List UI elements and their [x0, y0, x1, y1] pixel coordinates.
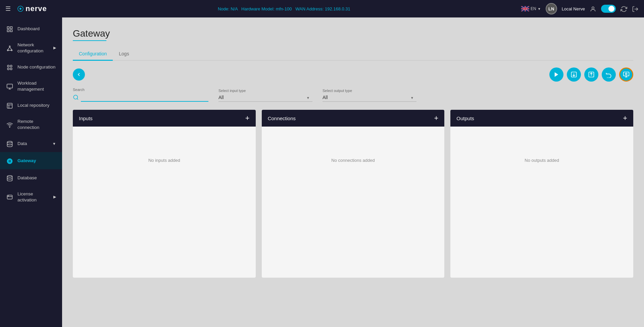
sidebar-item-database[interactable]: Database: [0, 169, 62, 186]
search-icon: [73, 94, 79, 100]
input-type-select[interactable]: All TCP UDP HTTP: [218, 93, 312, 102]
content-area: Gateway Configuration Logs: [62, 17, 644, 327]
menu-icon[interactable]: ☰: [5, 5, 11, 12]
output-type-label: Select output type: [323, 89, 416, 93]
user-icon[interactable]: [590, 5, 596, 12]
svg-line-20: [8, 47, 10, 50]
svg-point-33: [9, 127, 10, 128]
node-label: Node:: [218, 6, 230, 11]
input-type-select-wrapper: All TCP UDP HTTP: [218, 93, 312, 102]
svg-rect-26: [10, 68, 12, 69]
sidebar-item-license-activation[interactable]: License activation ▶: [0, 186, 62, 207]
back-button[interactable]: [73, 68, 85, 81]
sidebar-label-remote-connection: Remote connection: [17, 119, 56, 130]
topbar-right: EN ▼ LN Local Nerve: [521, 3, 639, 14]
sidebar-item-workload-management[interactable]: Workload management: [0, 76, 62, 97]
outputs-panel: Outputs + No outputs added: [450, 110, 633, 278]
input-type-filter-group: Select input type All TCP UDP HTTP: [218, 89, 312, 102]
toggle-switch[interactable]: [601, 5, 616, 13]
connections-panel: Connections + No connections added: [262, 110, 445, 278]
svg-point-11: [592, 7, 594, 9]
sidebar-label-database: Database: [17, 175, 37, 181]
license-chevron: ▶: [53, 195, 56, 199]
export-button[interactable]: [584, 67, 598, 82]
sidebar-item-node-configuration[interactable]: Node configuration: [0, 58, 62, 76]
svg-rect-16: [10, 30, 12, 32]
monitor-button[interactable]: [619, 67, 633, 82]
sidebar-label-network-configuration: Network configuration: [17, 42, 49, 54]
svg-rect-14: [10, 27, 12, 29]
sidebar-label-gateway: Gateway: [17, 158, 36, 164]
svg-point-35: [7, 176, 12, 177]
hardware-value: mfn-100: [276, 6, 292, 11]
panels: Inputs + No inputs added Connections + N…: [73, 110, 633, 278]
svg-rect-13: [7, 27, 9, 29]
svg-rect-27: [7, 84, 13, 88]
toolbar-left: [73, 68, 85, 81]
svg-point-17: [9, 46, 10, 47]
logo: nerve: [17, 4, 47, 13]
sidebar-label-workload-management: Workload management: [17, 80, 56, 92]
node-configuration-icon: [6, 63, 13, 71]
sidebar-item-remote-connection[interactable]: Remote connection: [0, 114, 62, 135]
connections-panel-header: Connections +: [262, 110, 445, 127]
svg-point-46: [73, 95, 78, 99]
gateway-icon: [6, 157, 13, 165]
sidebar-label-node-configuration: Node configuration: [17, 64, 55, 70]
connections-add-button[interactable]: +: [434, 114, 438, 122]
tab-logs[interactable]: Logs: [113, 48, 135, 61]
license-activation-icon: [6, 193, 13, 201]
inputs-add-button[interactable]: +: [245, 114, 250, 122]
toolbar: [73, 67, 633, 82]
svg-rect-25: [7, 68, 9, 69]
sidebar-item-dashboard[interactable]: Dashboard: [0, 20, 62, 37]
lang-text: EN: [531, 6, 536, 11]
outputs-panel-title: Outputs: [456, 115, 474, 121]
wan-value: 192.168.0.31: [325, 6, 350, 11]
logo-text: nerve: [26, 4, 47, 13]
search-input[interactable]: [81, 93, 208, 102]
filters: Search Select input type All TCP UDP HTT…: [73, 88, 633, 102]
sidebar-item-local-repository[interactable]: Local repository: [0, 97, 62, 114]
svg-rect-24: [10, 65, 12, 67]
lang-chevron: ▼: [538, 7, 541, 11]
svg-rect-15: [7, 30, 9, 32]
nerve-logo-icon: [17, 6, 23, 12]
sidebar-item-gateway[interactable]: Gateway: [0, 152, 62, 169]
input-type-label: Select input type: [218, 89, 312, 93]
play-button[interactable]: [549, 67, 563, 82]
language-selector[interactable]: EN ▼: [521, 6, 541, 11]
sidebar-label-license-activation: License activation: [17, 191, 49, 203]
search-filter-group: Search: [73, 88, 208, 102]
svg-point-45: [626, 73, 627, 75]
user-avatar: LN: [546, 3, 557, 14]
svg-rect-23: [7, 65, 9, 67]
tab-configuration[interactable]: Configuration: [73, 48, 113, 61]
topbar: ☰ nerve Node: N/A Hardware Model: mfn-10…: [0, 0, 644, 17]
local-repository-icon: [6, 101, 13, 109]
svg-marker-39: [555, 72, 558, 77]
flag-icon: [521, 6, 529, 11]
output-type-select-wrapper: All TCP UDP HTTP: [323, 93, 416, 102]
sidebar-item-network-configuration[interactable]: Network configuration ▶: [0, 37, 62, 58]
sidebar-item-data[interactable]: Data ▼: [0, 135, 62, 152]
import-button[interactable]: [567, 67, 581, 82]
output-type-select[interactable]: All TCP UDP HTTP: [323, 93, 416, 102]
node-info: Node: N/A Hardware Model: mfn-100 WAN Ad…: [51, 6, 517, 11]
svg-line-47: [77, 98, 78, 99]
wan-label: WAN Address:: [295, 6, 324, 11]
outputs-add-button[interactable]: +: [623, 114, 627, 122]
database-icon: [6, 174, 13, 182]
username: Local Nerve: [562, 6, 585, 11]
svg-rect-30: [7, 103, 12, 108]
logout-icon[interactable]: [632, 5, 639, 12]
undo-button[interactable]: [602, 67, 616, 82]
refresh-icon[interactable]: [621, 5, 627, 12]
svg-rect-42: [624, 72, 629, 76]
tabs: Configuration Logs: [73, 48, 633, 61]
page-title-underline: [73, 40, 106, 41]
sidebar-label-data: Data: [17, 141, 27, 147]
network-config-chevron: ▶: [53, 46, 56, 50]
main-layout: Dashboard Network configuration ▶ Node c…: [0, 17, 644, 327]
data-chevron: ▼: [52, 142, 56, 146]
